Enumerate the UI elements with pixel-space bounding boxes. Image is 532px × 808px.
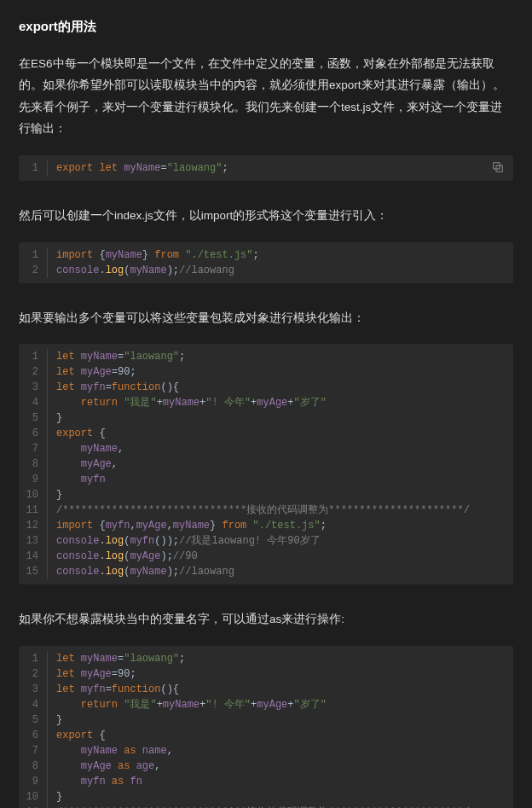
code-line: 7 myName, [19, 441, 513, 456]
code-content: import {myfn,myAge,myName} from "./test.… [48, 518, 327, 533]
line-number: 9 [19, 774, 48, 789]
line-number: 13 [19, 533, 48, 549]
code-line: 7 myName as name, [19, 743, 513, 759]
line-number: 10 [19, 789, 48, 805]
line-number: 11 [19, 503, 48, 518]
code-line: 4 return "我是"+myName+"! 今年"+myAge+"岁了" [19, 697, 513, 712]
code-line: 10} [19, 487, 513, 503]
code-content: myAge, [48, 456, 118, 472]
paragraph-2: 然后可以创建一个index.js文件，以import的形式将这个变量进行引入： [19, 205, 513, 227]
line-number: 11 [19, 805, 48, 808]
code-line: 2let myAge=90; [19, 666, 513, 682]
code-line: 8 myAge, [19, 456, 513, 472]
code-line: 9 myfn [19, 472, 513, 487]
code-content: } [48, 487, 62, 503]
code-content: myfn [48, 472, 106, 487]
code-content: console.log(myAge);//90 [48, 549, 198, 564]
code-content: myName as name, [48, 743, 173, 759]
code-line: 13console.log(myfn());//我是laowang! 今年90岁… [19, 533, 513, 549]
line-number: 8 [19, 456, 48, 472]
line-number: 6 [19, 426, 48, 441]
code-line: 11/******************************接收的代码调整… [19, 805, 513, 808]
code-content: export let myName="laowang"; [48, 160, 228, 176]
code-content: myfn as fn [48, 774, 142, 789]
code-content: } [48, 410, 62, 426]
code-content: import {myName} from "./test.js"; [48, 247, 259, 263]
line-number: 2 [19, 666, 48, 682]
code-line: 9 myfn as fn [19, 774, 513, 789]
paragraph-4: 如果你不想暴露模块当中的变量名字，可以通过as来进行操作: [19, 608, 513, 631]
line-number: 6 [19, 728, 48, 743]
copy-button[interactable] [491, 160, 506, 176]
code-line: 12import {myfn,myAge,myName} from "./tes… [19, 518, 513, 533]
code-content: let myName="laowang"; [48, 651, 185, 666]
code-line: 4 return "我是"+myName+"! 今年"+myAge+"岁了" [19, 395, 513, 410]
section-heading: export的用法 [19, 15, 513, 38]
line-number: 4 [19, 395, 48, 410]
line-number: 8 [19, 759, 48, 774]
code-line: 3let myfn=function(){ [19, 380, 513, 395]
code-line: 3let myfn=function(){ [19, 682, 513, 697]
code-line: 14console.log(myAge);//90 [19, 549, 513, 564]
paragraph-1: 在ES6中每一个模块即是一个文件，在文件中定义的变量，函数，对象在外部都是无法获… [19, 53, 513, 141]
code-content: } [48, 712, 62, 728]
code-content: let myName="laowang"; [48, 349, 185, 364]
code-content: /******************************接收的代码调整为*… [48, 805, 470, 808]
code-block-4: 1let myName="laowang";2let myAge=90;3let… [19, 646, 513, 808]
line-number: 7 [19, 743, 48, 759]
code-line: 1import {myName} from "./test.js"; [19, 247, 513, 263]
line-number: 7 [19, 441, 48, 456]
code-line: 1let myName="laowang"; [19, 349, 513, 364]
code-line: 8 myAge as age, [19, 759, 513, 774]
code-content: } [48, 789, 62, 805]
code-content: let myAge=90; [48, 666, 136, 682]
paragraph-3: 如果要输出多个变量可以将这些变量包装成对象进行模块化输出： [19, 307, 513, 329]
code-line: 10} [19, 789, 513, 805]
line-number: 2 [19, 263, 48, 278]
copy-icon [491, 160, 505, 174]
code-content: return "我是"+myName+"! 今年"+myAge+"岁了" [48, 395, 327, 410]
code-line: 1export let myName="laowang"; [19, 160, 513, 176]
code-content: export { [48, 426, 106, 441]
code-content: console.log(myfn());//我是laowang! 今年90岁了 [48, 533, 321, 549]
code-line: 15console.log(myName);//laowang [19, 564, 513, 579]
line-number: 4 [19, 697, 48, 712]
line-number: 1 [19, 247, 48, 263]
line-number: 5 [19, 712, 48, 728]
line-number: 15 [19, 564, 48, 579]
code-content: console.log(myName);//laowang [48, 564, 234, 579]
code-line: 6export { [19, 426, 513, 441]
line-number: 10 [19, 487, 48, 503]
code-block-2: 1import {myName} from "./test.js";2conso… [19, 242, 513, 283]
code-content: let myfn=function(){ [48, 380, 179, 395]
line-number: 5 [19, 410, 48, 426]
line-number: 2 [19, 364, 48, 380]
line-number: 12 [19, 518, 48, 533]
code-content: let myAge=90; [48, 364, 136, 380]
line-number: 3 [19, 682, 48, 697]
code-content: return "我是"+myName+"! 今年"+myAge+"岁了" [48, 697, 327, 712]
code-content: myName, [48, 441, 124, 456]
code-content: myAge as age, [48, 759, 160, 774]
code-content: let myfn=function(){ [48, 682, 179, 697]
code-line: 11/******************************接收的代码调整… [19, 503, 513, 518]
code-block-1: 1export let myName="laowang"; [19, 155, 513, 181]
line-number: 3 [19, 380, 48, 395]
line-number: 1 [19, 651, 48, 666]
code-line: 2console.log(myName);//laowang [19, 263, 513, 278]
code-content: /******************************接收的代码调整为*… [48, 503, 470, 518]
code-line: 1let myName="laowang"; [19, 651, 513, 666]
code-line: 5} [19, 712, 513, 728]
code-block-3: 1let myName="laowang";2let myAge=90;3let… [19, 344, 513, 584]
line-number: 1 [19, 160, 48, 176]
code-line: 6export { [19, 728, 513, 743]
code-content: console.log(myName);//laowang [48, 263, 234, 278]
line-number: 14 [19, 549, 48, 564]
code-line: 5} [19, 410, 513, 426]
code-line: 2let myAge=90; [19, 364, 513, 380]
code-content: export { [48, 728, 106, 743]
line-number: 1 [19, 349, 48, 364]
line-number: 9 [19, 472, 48, 487]
